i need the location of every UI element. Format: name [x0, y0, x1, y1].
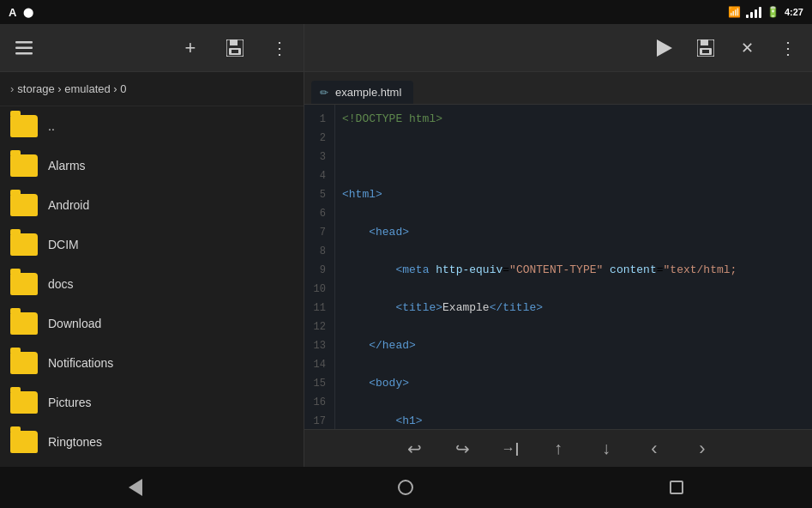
tab-example-html[interactable]: ✏ example.html [311, 81, 413, 104]
code-line-4: <head> [342, 223, 805, 242]
editor-more-button[interactable]: ⋮ [774, 34, 802, 62]
svg-rect-6 [232, 50, 238, 53]
code-line-5: <meta http-equiv="CONTENT-TYPE" content=… [342, 261, 805, 280]
file-name: Pictures [48, 396, 92, 409]
breadcrumb: › storage › emulated › 0 [0, 72, 304, 106]
list-item[interactable]: Download [0, 304, 304, 343]
list-item[interactable]: docs [0, 264, 304, 304]
wifi-icon: 📶 [728, 6, 741, 18]
file-list: .. Alarms Android DCIM docs Download [0, 106, 304, 467]
edit-icon: ✏ [320, 87, 328, 99]
back-button[interactable] [110, 470, 161, 505]
file-name: .. [48, 119, 55, 133]
android-icon: ⬤ [23, 7, 33, 18]
code-line-6: <title>Example</title> [342, 299, 805, 318]
folder-icon [10, 352, 38, 374]
file-name: DCIM [48, 238, 79, 251]
code-line-9: <h1> [342, 412, 805, 429]
back-icon [129, 479, 142, 496]
cursor-up-button[interactable]: ↑ [544, 435, 572, 463]
signal-icon [746, 6, 761, 18]
code-line-7: </head> [342, 336, 805, 355]
tab-bar: ✏ example.html [304, 72, 812, 105]
play-button[interactable] [651, 34, 678, 62]
code-line-2 [342, 148, 805, 166]
save-button[interactable] [221, 34, 249, 62]
list-item[interactable]: Pictures [0, 383, 304, 422]
breadcrumb-arrow: › [10, 82, 14, 95]
list-item[interactable]: Android [0, 185, 304, 225]
svg-rect-4 [230, 39, 238, 45]
cursor-right-button[interactable]: › [689, 435, 716, 463]
folder-icon [10, 115, 38, 137]
folder-icon [10, 391, 38, 414]
editor-bottom-bar: ↩ ↪ →| ↑ ↓ ‹ › [304, 429, 812, 467]
folder-icon [10, 312, 38, 335]
code-line-3: <html> [342, 185, 805, 204]
code-line-1: <!DOCTYPE html> [342, 110, 805, 129]
code-editor[interactable]: 1 2 3 4 5 6 7 8 9 10 11 12 13 14 15 16 1… [304, 105, 812, 429]
undo-button[interactable]: ↩ [400, 435, 428, 463]
left-panel: + ⋮ › storage › emulated › 0 .. [0, 24, 304, 467]
folder-icon [10, 154, 38, 177]
recent-icon [670, 481, 683, 494]
list-item[interactable]: .. [0, 106, 304, 146]
main-content: + ⋮ › storage › emulated › 0 .. [0, 24, 812, 467]
time-display: 4:27 [785, 7, 803, 17]
file-name: Notifications [48, 356, 113, 370]
list-item[interactable]: Notifications [0, 343, 304, 383]
svg-rect-11 [702, 50, 709, 53]
file-name: Download [48, 317, 101, 330]
file-name: docs [48, 277, 74, 291]
home-icon [398, 480, 413, 495]
breadcrumb-path: storage › emulated › 0 [17, 82, 126, 95]
more-options-button[interactable]: ⋮ [266, 34, 293, 62]
code-line-8: <body> [342, 374, 805, 393]
svg-rect-9 [701, 39, 708, 45]
recent-button[interactable] [651, 470, 702, 505]
home-button[interactable] [380, 470, 431, 505]
tab-button[interactable]: →| [496, 435, 524, 463]
folder-icon [10, 194, 38, 216]
folder-icon [10, 233, 38, 256]
cursor-left-button[interactable]: ‹ [641, 435, 668, 463]
nav-bar [0, 467, 812, 508]
editor-toolbar: ✕ ⋮ [304, 24, 812, 72]
battery-icon: 🔋 [767, 6, 779, 18]
svg-rect-2 [15, 52, 33, 55]
folder-icon [10, 273, 38, 295]
right-panel: ✕ ⋮ ✏ example.html 1 2 3 4 5 6 7 8 9 10 [304, 24, 812, 467]
file-name: Alarms [48, 159, 86, 172]
list-item[interactable]: DCIM [0, 225, 304, 264]
add-button[interactable]: + [177, 34, 204, 62]
file-name: Ringtones [48, 435, 102, 449]
svg-rect-1 [15, 46, 33, 49]
redo-button[interactable]: ↪ [448, 435, 476, 463]
status-bar-right: 📶 🔋 4:27 [728, 6, 803, 18]
editor-save-button[interactable] [692, 34, 719, 62]
tab-filename: example.html [335, 86, 401, 99]
menu-button[interactable] [10, 34, 38, 62]
left-toolbar: + ⋮ [0, 24, 304, 72]
folder-icon [10, 431, 38, 453]
list-item[interactable]: Alarms [0, 146, 304, 185]
cursor-down-button[interactable]: ↓ [592, 435, 620, 463]
close-button[interactable]: ✕ [733, 34, 761, 62]
status-bar: A ⬤ 📶 🔋 4:27 [0, 0, 812, 24]
code-content[interactable]: <!DOCTYPE html> <html> <head> <meta http… [335, 105, 812, 429]
file-name: Android [48, 198, 89, 212]
status-bar-left: A ⬤ [9, 6, 33, 19]
app-icon: A [9, 6, 16, 19]
svg-marker-7 [657, 39, 672, 57]
svg-rect-0 [15, 41, 33, 44]
list-item[interactable]: Ringtones [0, 422, 304, 462]
line-numbers: 1 2 3 4 5 6 7 8 9 10 11 12 13 14 15 16 1… [304, 105, 335, 429]
